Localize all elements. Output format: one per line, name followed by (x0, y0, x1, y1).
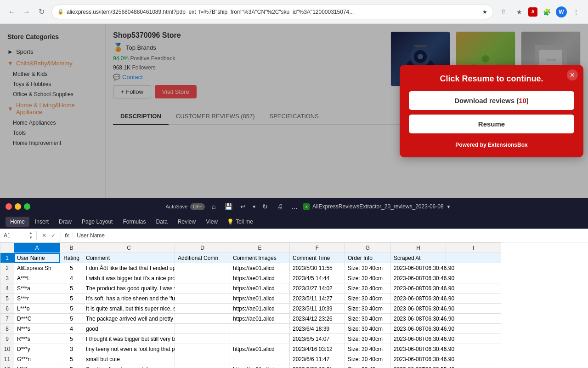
cell-row4-col4[interactable]: https://ae01.alicd (230, 283, 290, 293)
print-btn[interactable]: 🖨 (274, 201, 286, 213)
cell-row2-col7[interactable]: 2023-06-08T06:30:46.90 (391, 263, 446, 273)
menu-insert[interactable]: Insert (30, 217, 53, 227)
cell-row6-col2[interactable]: It is quite small, but this super nice, … (83, 304, 175, 314)
cell-row9-col6[interactable]: Size: 30 40cm (345, 334, 391, 344)
cell-row8-col3[interactable] (175, 324, 230, 334)
save-btn[interactable]: 💾 (222, 201, 234, 213)
maximize-window-button[interactable] (24, 203, 30, 210)
cell-row2-col6[interactable]: Size: 30 40cm (345, 263, 391, 273)
cell-row2-col0[interactable]: AliExpress Sh (14, 263, 60, 273)
menu-formulas[interactable]: Formulas (118, 217, 150, 227)
cell-row12-col2[interactable]: Small, soft and very cute! (83, 364, 175, 368)
cell-row5-col0[interactable]: S***r (14, 293, 60, 304)
home-icon-btn[interactable]: ⌂ (208, 201, 220, 213)
menu-button[interactable]: ⋮ (570, 6, 582, 18)
cell-i1[interactable] (446, 253, 501, 263)
cell-row6-col5[interactable]: 2023/5/11 10:39 (290, 304, 345, 314)
cell-row7-col1[interactable]: 5 (60, 314, 83, 324)
cell-row6-col7[interactable]: 2023-06-08T06:30:46.90 (391, 304, 446, 314)
cell-row2-col2[interactable]: I don,Âôt like the fact that I ended up … (83, 263, 175, 273)
excel-title-dropdown[interactable]: ▼ (447, 204, 451, 209)
menu-review[interactable]: Review (173, 217, 200, 227)
col-header-h[interactable]: H (391, 243, 446, 253)
cell-row8-col6[interactable]: Size: 30 40cm (345, 324, 391, 334)
cell-row11-col7[interactable]: 2023-06-08T06:30:46.90 (391, 354, 446, 364)
menu-draw[interactable]: Draw (54, 217, 76, 227)
cell-row5-col6[interactable]: Size: 30 40cm (345, 293, 391, 304)
cell-row2-col3[interactable] (175, 263, 230, 273)
cell-reference[interactable]: A1 ▲ ▼ (0, 231, 37, 240)
cell-row8-col0[interactable]: N***s (14, 324, 60, 334)
cell-e1[interactable]: Comment Images (230, 253, 290, 263)
row-header-10[interactable]: 10 (0, 344, 14, 354)
cell-c1[interactable]: Comment (83, 253, 175, 263)
tell-me-input[interactable]: 💡 Tell me (223, 217, 257, 227)
cell-row7-col4[interactable]: https://ae01.alicd (230, 314, 290, 324)
cell-row11-col0[interactable]: G***n (14, 354, 60, 364)
cell-d1[interactable]: Additional Comn (175, 253, 230, 263)
row-header-8[interactable]: 8 (0, 324, 14, 334)
cell-row3-col5[interactable]: 2023/4/5 14:44 (290, 273, 345, 283)
cell-row8-col2[interactable]: good (83, 324, 175, 334)
modal-close-button[interactable]: ✕ (567, 69, 578, 80)
cell-g1[interactable]: Order Info (345, 253, 391, 263)
cell-row9-col4[interactable] (230, 334, 290, 344)
col-header-d[interactable]: D (175, 243, 230, 253)
cell-row4-col7[interactable]: 2023-06-08T06:30:46.90 (391, 283, 446, 293)
cell-row11-col3[interactable] (175, 354, 230, 364)
cell-row3-col7[interactable]: 2023-06-08T06:30:46.90 (391, 273, 446, 283)
cell-ref-down[interactable]: ▼ (29, 236, 33, 240)
cell-row3-col4[interactable]: https://ae01.alicd (230, 273, 290, 283)
confirm-formula-btn[interactable]: ✓ (49, 231, 58, 240)
cell-row2-col4[interactable]: https://ae01.alicd (230, 263, 290, 273)
row-header-11[interactable]: 11 (0, 354, 14, 364)
cell-row10-col4[interactable]: https://ae01.alicd (230, 344, 290, 354)
cell-row12-col7[interactable]: 2023-06-08T06:30:55.48 (391, 364, 446, 368)
cell-row8-col5[interactable]: 2023/6/4 18:39 (290, 324, 345, 334)
cell-row7-col3[interactable] (175, 314, 230, 324)
col-header-e[interactable]: E (230, 243, 290, 253)
star-icon[interactable]: ★ (482, 9, 487, 15)
col-header-g[interactable]: G (345, 243, 391, 253)
row-header-2[interactable]: 2 (0, 263, 14, 273)
cell-row5-col1[interactable]: 5 (60, 293, 83, 304)
col-header-a[interactable]: A (14, 243, 60, 253)
row-header-6[interactable]: 6 (0, 304, 14, 314)
row-header-1[interactable]: 1 (0, 253, 14, 263)
extension-icon[interactable]: A (528, 7, 537, 17)
col-header-c[interactable]: C (83, 243, 175, 253)
col-header-f[interactable]: F (290, 243, 345, 253)
cell-row4-col6[interactable]: Size: 30 40cm (345, 283, 391, 293)
cell-row9-col2[interactable]: I thought it was bigger but still very b… (83, 334, 175, 344)
cell-row8-col4[interactable] (230, 324, 290, 334)
cell-row3-col1[interactable]: 4 (60, 273, 83, 283)
cell-row4-col2[interactable]: The product has good quality. I was very… (83, 283, 175, 293)
redo-btn[interactable]: ↻ (259, 201, 271, 213)
undo-dropdown[interactable]: ▼ (252, 204, 256, 209)
bookmark-button[interactable]: ★ (513, 6, 526, 18)
cell-ref-up[interactable]: ▲ (29, 231, 33, 235)
cell-row8-col7[interactable]: 2023-06-08T06:30:46.90 (391, 324, 446, 334)
modal-resume-button[interactable]: Resume (409, 115, 574, 133)
cell-row12-col1[interactable]: 5 (60, 364, 83, 368)
cell-row10-col7[interactable]: 2023-06-08T06:30:46.90 (391, 344, 446, 354)
cell-row10-col1[interactable]: 3 (60, 344, 83, 354)
cell-row10-col0[interactable]: D***y (14, 344, 60, 354)
cell-row5-col2[interactable]: It's soft, has a nice sheen and the 'fur… (83, 293, 175, 304)
cell-row4-col0[interactable]: S***a (14, 283, 60, 293)
cell-row12-col5[interactable]: 2023/2/28 13:31 (290, 364, 345, 368)
cell-row5-col5[interactable]: 2023/5/11 14:27 (290, 293, 345, 304)
cell-row6-col6[interactable]: Size: 30 40cm (345, 304, 391, 314)
address-bar[interactable]: 🔒 aliexpress.us/item/3256804880461089.ht… (51, 5, 493, 19)
cell-row2-col1[interactable]: 5 (60, 263, 83, 273)
cell-row11-col2[interactable]: small but cute (83, 354, 175, 364)
cell-row10-col5[interactable]: 2023/4/16 03:12 (290, 344, 345, 354)
minimize-window-button[interactable] (15, 203, 21, 210)
cell-row7-col0[interactable]: D***C (14, 314, 60, 324)
cell-row4-col1[interactable]: 5 (60, 283, 83, 293)
cell-row3-col3[interactable] (175, 273, 230, 283)
cell-row7-col7[interactable]: 2023-06-08T06:30:46.90 (391, 314, 446, 324)
menu-view[interactable]: View (201, 217, 222, 227)
cell-row9-col7[interactable]: 2023-06-08T06:30:46.90 (391, 334, 446, 344)
cell-row5-col3[interactable] (175, 293, 230, 304)
